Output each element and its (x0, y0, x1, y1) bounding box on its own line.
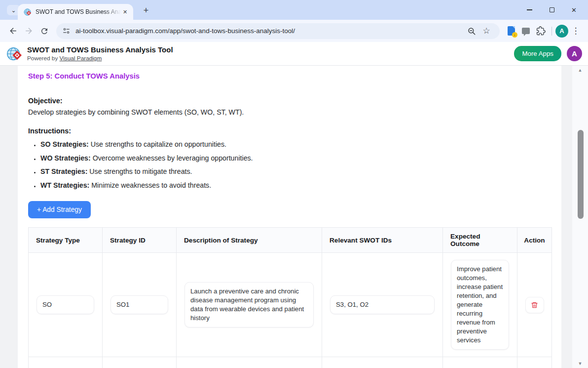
star-icon: ☆ (482, 26, 490, 36)
close-window-button[interactable]: ✕ (563, 0, 585, 20)
col-action: Action (517, 228, 552, 253)
speech-bubble-icon (522, 28, 530, 34)
zoom-out-button[interactable] (464, 24, 479, 39)
step-title: Step 5: Conduct TOWS Analysis (28, 72, 551, 80)
browser-profile-avatar[interactable]: A (555, 25, 568, 38)
col-expected-outcome: Expected Outcome (443, 228, 517, 253)
page-scrollbar[interactable]: ▲ ▼ (572, 66, 588, 368)
app-titles: SWOT and TOWS Business Analysis Tool Pow… (27, 45, 173, 62)
table-row: SO SO2 Expand into telehealth mental hea… (29, 357, 552, 368)
back-arrow-icon (8, 26, 18, 36)
instruction-item: ST Strategies: Use strengths to mitigate… (40, 167, 551, 175)
puzzle-piece-icon (536, 26, 546, 36)
table-row: SO SO1 Launch a preventive care and chro… (29, 253, 552, 357)
browser-tab[interactable]: SWOT and TOWS Business Analy ✕ (18, 4, 133, 20)
instructions-label: Instructions: (28, 127, 551, 135)
reload-button[interactable] (37, 23, 52, 39)
powered-by: Powered by Visual Paradigm (27, 55, 173, 62)
zoom-out-icon (467, 27, 476, 36)
strategy-type-field[interactable]: SO (37, 295, 94, 314)
extensions-button[interactable] (533, 24, 548, 39)
scroll-up-arrow[interactable]: ▲ (572, 68, 588, 73)
tab-close-icon[interactable]: ✕ (121, 8, 129, 16)
comments-button[interactable] (518, 24, 533, 39)
col-swot-ids: Relevant SWOT IDs (322, 228, 443, 253)
site-settings-icon (62, 27, 71, 35)
description-field[interactable]: Launch a preventive care and chronic dis… (184, 282, 314, 327)
objective-label: Objective: (28, 97, 551, 105)
reload-icon (40, 27, 49, 36)
maximize-icon (550, 7, 554, 12)
instruction-item: WO Strategies: Overcome weaknesses by le… (40, 154, 551, 162)
page-body: Step 5: Conduct TOWS Analysis Objective:… (0, 66, 588, 368)
new-tab-button[interactable]: + (140, 4, 152, 16)
visual-paradigm-logo (6, 45, 23, 62)
url-bar[interactable]: ai-toolbox.visual-paradigm.com/app/swot-… (56, 23, 500, 39)
three-dots-icon: ⋮ (572, 26, 580, 36)
col-strategy-type: Strategy Type (29, 228, 103, 253)
col-strategy-id: Strategy ID (103, 228, 177, 253)
visual-paradigm-favicon-icon (24, 8, 32, 16)
main-content: Step 5: Conduct TOWS Analysis Objective:… (18, 66, 561, 368)
minimize-icon (527, 9, 532, 10)
user-avatar[interactable]: A (567, 46, 582, 61)
scroll-down-arrow[interactable]: ▼ (572, 361, 588, 366)
reading-list-button[interactable]: ↓ (504, 24, 518, 39)
back-button[interactable] (5, 23, 21, 39)
document-download-icon: ↓ (508, 26, 515, 36)
toolbar-divider (551, 27, 552, 36)
table-header-row: Strategy Type Strategy ID Description of… (29, 228, 552, 253)
trash-icon (531, 301, 538, 309)
strategy-id-field[interactable]: SO1 (110, 295, 168, 314)
browser-menu-button[interactable]: ⋮ (568, 24, 583, 39)
strategies-table: Strategy Type Strategy ID Description of… (28, 227, 552, 368)
more-apps-button[interactable]: More Apps (514, 46, 561, 61)
browser-titlebar: ⌄ SWOT and TOWS Business Analy ✕ + ✕ (0, 0, 588, 20)
minimize-button[interactable] (518, 0, 541, 20)
close-icon: ✕ (571, 6, 577, 14)
scrollbar-thumb[interactable] (578, 130, 584, 219)
maximize-button[interactable] (541, 0, 563, 20)
add-strategy-button[interactable]: + Add Strategy (28, 201, 91, 218)
forward-button[interactable] (21, 23, 37, 39)
visual-paradigm-link[interactable]: Visual Paradigm (60, 55, 102, 62)
tab-title: SWOT and TOWS Business Analy (36, 8, 121, 15)
right-gutter (561, 66, 572, 368)
delete-strategy-button[interactable] (525, 297, 544, 313)
instruction-item: WT Strategies: Minimize weaknesses to av… (40, 181, 551, 189)
left-gutter (0, 66, 18, 368)
browser-toolbar: ai-toolbox.visual-paradigm.com/app/swot-… (0, 20, 588, 42)
app-header: SWOT and TOWS Business Analysis Tool Pow… (0, 42, 588, 66)
bookmark-button[interactable]: ☆ (479, 24, 494, 39)
app-title: SWOT and TOWS Business Analysis Tool (27, 45, 173, 54)
expected-outcome-field[interactable]: Improve patient outcomes, increase patie… (451, 260, 509, 350)
window-controls: ✕ (518, 0, 585, 20)
instructions-list: SO Strategies: Use strengths to capitali… (28, 140, 551, 189)
col-description: Description of Strategy (177, 228, 322, 253)
instruction-item: SO Strategies: Use strengths to capitali… (40, 140, 551, 148)
swot-ids-field[interactable]: S3, O1, O2 (330, 295, 435, 314)
chevron-down-icon: ⌄ (11, 7, 16, 14)
url-text: ai-toolbox.visual-paradigm.com/app/swot-… (75, 27, 295, 35)
objective-text: Develop strategies by combining SWOT ele… (28, 108, 551, 116)
forward-arrow-icon (24, 26, 34, 36)
